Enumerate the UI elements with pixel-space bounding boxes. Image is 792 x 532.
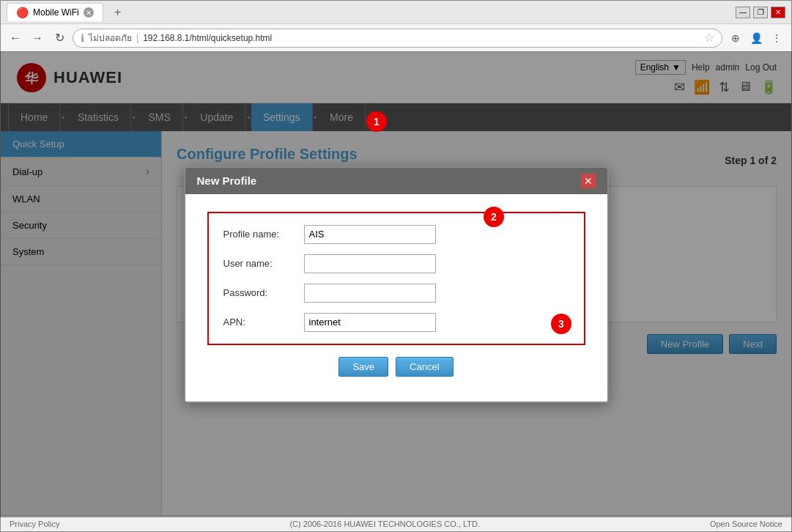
modal-username-label: User name: xyxy=(223,258,304,269)
star-icon[interactable]: ☆ xyxy=(704,31,714,45)
modal-save-button[interactable]: Save xyxy=(338,357,388,377)
modal-apn-input[interactable] xyxy=(304,313,436,332)
window-controls: — ❐ ✕ xyxy=(736,7,785,18)
toolbar: ← → ↻ ℹ ไม่ปลอดภัย | 192.168.8.1/html/qu… xyxy=(1,24,791,52)
modal-header: New Profile ✕ xyxy=(185,168,607,194)
modal-close-button[interactable]: ✕ xyxy=(581,174,596,188)
back-button[interactable]: ← xyxy=(7,29,24,47)
modal-profile-name-row: Profile name: xyxy=(223,225,569,244)
modal-overlay: New Profile ✕ Profile name: User name: P… xyxy=(0,51,792,517)
modal-body: Profile name: User name: Password: APN: … xyxy=(185,194,607,402)
huawei-favicon: 🔴 xyxy=(16,7,29,18)
privacy-policy-link[interactable]: Privacy Policy xyxy=(10,520,59,528)
modal-cancel-button[interactable]: Cancel xyxy=(396,357,453,377)
url-text: ไม่ปลอดภัย xyxy=(89,31,132,45)
tab-title: Mobile WiFi xyxy=(33,7,79,18)
tab-close-button[interactable]: ✕ xyxy=(84,7,94,18)
forward-button[interactable]: → xyxy=(29,29,46,47)
url-separator: | xyxy=(136,33,138,43)
modal-profile-name-input[interactable] xyxy=(304,225,436,244)
title-bar-left: 🔴 Mobile WiFi ✕ + xyxy=(7,3,127,21)
settings-button[interactable]: ⋮ xyxy=(768,29,785,47)
modal-title: New Profile xyxy=(197,174,257,187)
minimize-button[interactable]: — xyxy=(736,7,750,18)
extensions-button[interactable]: ⊕ xyxy=(727,29,744,47)
title-bar: 🔴 Mobile WiFi ✕ + — ❐ ✕ xyxy=(1,1,791,24)
modal-password-input[interactable] xyxy=(304,284,436,303)
footer: Privacy Policy (C) 2006-2016 HUAWEI TECH… xyxy=(1,515,791,531)
toolbar-right: ⊕ 👤 ⋮ xyxy=(727,29,785,47)
lock-icon: ℹ xyxy=(81,32,84,44)
restore-button[interactable]: ❐ xyxy=(753,7,768,18)
copyright-text: (C) 2006-2016 HUAWEI TECHNOLOGIES CO., L… xyxy=(289,520,480,528)
modal-footer: Save Cancel xyxy=(207,357,585,384)
modal-form-section: Profile name: User name: Password: APN: xyxy=(207,212,585,345)
address-bar[interactable]: ℹ ไม่ปลอดภัย | 192.168.8.1/html/quickset… xyxy=(73,29,722,48)
account-button[interactable]: 👤 xyxy=(747,29,765,47)
refresh-button[interactable]: ↻ xyxy=(51,29,68,47)
modal-username-row: User name: xyxy=(223,254,569,273)
modal-apn-label: APN: xyxy=(223,317,304,328)
close-button[interactable]: ✕ xyxy=(771,7,785,18)
open-source-link[interactable]: Open Source Notice xyxy=(710,520,782,528)
modal-apn-row: APN: xyxy=(223,313,569,332)
url-display: 192.168.8.1/html/quicksetup.html xyxy=(143,33,272,43)
new-tab-button[interactable]: + xyxy=(109,4,127,21)
modal-password-label: Password: xyxy=(223,287,304,298)
modal-password-row: Password: xyxy=(223,284,569,303)
modal-username-input[interactable] xyxy=(304,254,436,273)
modal-profile-name-label: Profile name: xyxy=(223,229,304,240)
browser-tab[interactable]: 🔴 Mobile WiFi ✕ xyxy=(7,3,103,21)
new-profile-modal: New Profile ✕ Profile name: User name: P… xyxy=(184,166,609,403)
